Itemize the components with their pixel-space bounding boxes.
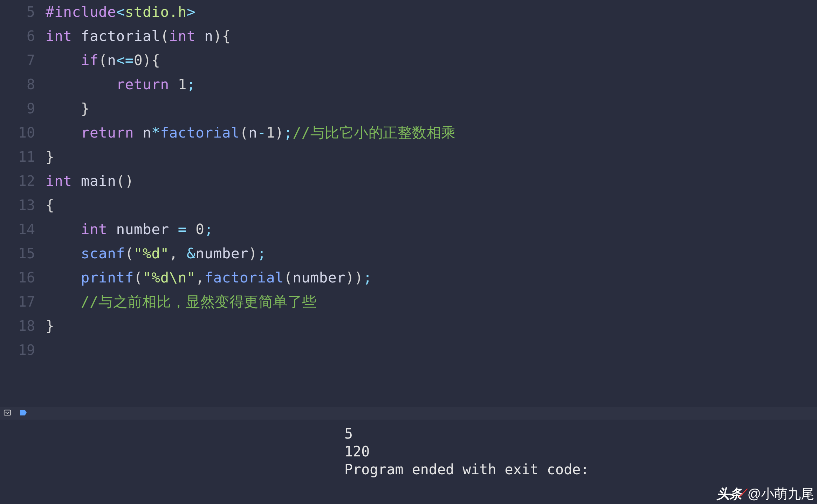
code-content[interactable]: #include<stdio.h> bbox=[35, 0, 195, 24]
code-editor[interactable]: 5#include<stdio.h>6int factorial(int n){… bbox=[0, 0, 817, 407]
line-number: 13 bbox=[0, 193, 35, 217]
code-line[interactable]: 8 return 1; bbox=[0, 72, 817, 97]
line-number: 14 bbox=[0, 217, 35, 241]
breakpoint-dropdown-icon[interactable] bbox=[4, 409, 11, 418]
code-content[interactable]: } bbox=[35, 145, 54, 169]
debug-toolbar bbox=[0, 407, 817, 420]
code-content[interactable]: } bbox=[35, 97, 90, 121]
console-panel: 5 120 Program ended with exit code: 头条⁄ … bbox=[0, 420, 817, 504]
line-number: 9 bbox=[0, 97, 35, 121]
line-number: 7 bbox=[0, 48, 35, 72]
line-number: 17 bbox=[0, 290, 35, 314]
code-line[interactable]: 13{ bbox=[0, 193, 817, 217]
console-line: 5 bbox=[344, 425, 817, 443]
code-line[interactable]: 12int main() bbox=[0, 169, 817, 193]
code-line[interactable]: 10 return n*factorial(n-1);//与比它小的正整数相乘 bbox=[0, 121, 817, 145]
code-content[interactable]: return n*factorial(n-1);//与比它小的正整数相乘 bbox=[35, 121, 456, 145]
code-content[interactable]: int factorial(int n){ bbox=[35, 24, 231, 48]
line-number: 16 bbox=[0, 266, 35, 290]
line-number: 15 bbox=[0, 241, 35, 266]
line-number: 11 bbox=[0, 145, 35, 169]
code-line[interactable]: 16 printf("%d\n",factorial(number)); bbox=[0, 266, 817, 290]
code-line[interactable]: 14 int number = 0; bbox=[0, 217, 817, 241]
code-content[interactable]: scanf("%d", &number); bbox=[35, 241, 266, 266]
code-content[interactable]: } bbox=[35, 314, 54, 338]
code-line[interactable]: 19 bbox=[0, 338, 817, 362]
code-content[interactable]: int main() bbox=[35, 169, 134, 193]
code-line[interactable]: 11} bbox=[0, 145, 817, 169]
code-line[interactable]: 5#include<stdio.h> bbox=[0, 0, 817, 24]
code-line[interactable]: 18} bbox=[0, 314, 817, 338]
code-content[interactable]: return 1; bbox=[35, 72, 195, 97]
code-line[interactable]: 6int factorial(int n){ bbox=[0, 24, 817, 48]
watermark-handle: @小萌九尾 bbox=[747, 485, 814, 503]
svg-rect-0 bbox=[4, 410, 11, 415]
line-number: 10 bbox=[0, 121, 35, 145]
console-line: 120 bbox=[344, 443, 817, 461]
line-number: 18 bbox=[0, 314, 35, 338]
code-content[interactable]: if(n<=0){ bbox=[35, 48, 160, 72]
code-content[interactable]: int number = 0; bbox=[35, 217, 213, 241]
line-number: 8 bbox=[0, 72, 35, 97]
line-number: 6 bbox=[0, 24, 35, 48]
code-line[interactable]: 15 scanf("%d", &number); bbox=[0, 241, 817, 266]
continue-icon[interactable] bbox=[19, 408, 27, 418]
code-line[interactable]: 7 if(n<=0){ bbox=[0, 48, 817, 72]
watermark: 头条⁄ @小萌九尾 bbox=[716, 485, 814, 503]
output-pane[interactable]: 5 120 Program ended with exit code: 头条⁄ … bbox=[342, 420, 817, 504]
code-content[interactable]: { bbox=[35, 193, 54, 217]
watermark-logo: 头条⁄ bbox=[716, 485, 743, 503]
code-line[interactable]: 9 } bbox=[0, 97, 817, 121]
line-number: 5 bbox=[0, 0, 35, 24]
line-number: 12 bbox=[0, 169, 35, 193]
variables-pane[interactable] bbox=[0, 420, 342, 504]
line-number: 19 bbox=[0, 338, 35, 362]
console-line: Program ended with exit code: bbox=[344, 461, 817, 478]
code-line[interactable]: 17 //与之前相比，显然变得更简单了些 bbox=[0, 290, 817, 314]
code-content[interactable]: printf("%d\n",factorial(number)); bbox=[35, 266, 372, 290]
code-content[interactable]: //与之前相比，显然变得更简单了些 bbox=[35, 290, 317, 314]
